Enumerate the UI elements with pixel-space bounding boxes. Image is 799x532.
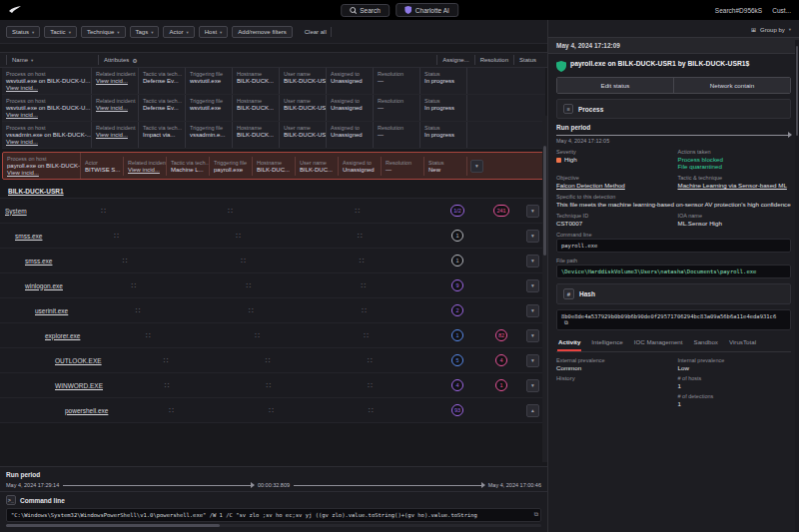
process-name-link[interactable]: smss.exe: [15, 233, 42, 240]
tab-sandbox[interactable]: Sandbox: [693, 335, 719, 351]
tactic-link[interactable]: Machine Learning via Sensor-based ML: [678, 182, 792, 189]
process-row[interactable]: explorer.exe∷∷∷182▾: [0, 323, 547, 348]
tab-activity[interactable]: Activity: [557, 335, 581, 351]
global-search-button[interactable]: Search: [341, 4, 390, 17]
expand-row-button[interactable]: ▾: [526, 379, 539, 392]
tab-ioc-management[interactable]: IOC Management: [633, 335, 684, 351]
process-row[interactable]: System∷∷∷1/2241▾: [0, 199, 547, 224]
filter-technique[interactable]: Technique ▾: [81, 26, 126, 38]
filter-host[interactable]: Host ▾: [199, 26, 229, 38]
scrollbar-thumb[interactable]: [796, 46, 798, 136]
process-name-link[interactable]: System: [5, 208, 27, 215]
column-header-status[interactable]: Status: [513, 55, 541, 65]
detection-count-badge[interactable]: 82: [495, 329, 507, 341]
filter-tactic[interactable]: Tactic ▾: [44, 26, 77, 38]
filter-tags[interactable]: Tags ▾: [130, 26, 160, 38]
history-label[interactable]: History: [556, 375, 670, 381]
detection-count-badge[interactable]: 1: [451, 329, 463, 341]
detail-command-line-value[interactable]: payroll.exe: [556, 239, 791, 253]
account-menu[interactable]: Search#D956kS: [715, 7, 762, 14]
view-incident-link[interactable]: View incid...: [7, 170, 76, 176]
incident-row[interactable]: Process on hostvssadmin.exe on BILK-DUCK…: [2, 122, 545, 149]
detection-count-badge[interactable]: 4: [495, 354, 507, 366]
collapse-row-button[interactable]: ▴: [526, 404, 539, 417]
network-contain-button[interactable]: Network contain: [673, 78, 790, 93]
view-incident-link[interactable]: View incid...: [96, 105, 134, 111]
column-header-resolution[interactable]: Resolution: [474, 55, 513, 65]
detection-count-badge[interactable]: 9: [451, 279, 463, 291]
expand-row-button[interactable]: ▾: [526, 205, 539, 218]
process-row[interactable]: winlogon.exe∷∷∷9▾: [0, 273, 547, 298]
filter-actor[interactable]: Actor ▾: [163, 26, 194, 38]
process-name-link[interactable]: WINWORD.EXE: [55, 382, 103, 389]
process-name-link[interactable]: explorer.exe: [45, 332, 80, 339]
process-name-link[interactable]: OUTLOOK.EXE: [55, 357, 102, 364]
expand-row-button[interactable]: ▾: [470, 160, 483, 173]
charlotte-ai-button[interactable]: Charlotte AI: [396, 3, 458, 17]
horizontal-scrollbar[interactable]: [6, 524, 541, 527]
view-incident-link[interactable]: View incid...: [96, 78, 134, 84]
view-incident-link[interactable]: View incid...: [96, 132, 134, 138]
tab-virustotal[interactable]: VirusTotal: [728, 335, 757, 351]
scrollbar-thumb[interactable]: [6, 524, 220, 527]
column-header-assigned[interactable]: Assigne...: [436, 55, 473, 65]
detail-run-period-timeline[interactable]: [556, 135, 791, 136]
incident-row[interactable]: Process on hostpayroll.exe on BILK-DUCK-…: [2, 152, 545, 180]
scrollbar-thumb[interactable]: [543, 146, 546, 256]
process-row[interactable]: userinit.exe∷∷∷2▾: [0, 298, 547, 323]
copy-icon[interactable]: ⧉: [534, 510, 538, 518]
column-header-attributes[interactable]: Attributes ⚙: [98, 55, 143, 65]
detection-count-badge[interactable]: 1: [495, 379, 507, 391]
process-row[interactable]: WINWORD.EXE∷∷∷41▾: [0, 373, 547, 398]
process-name-link[interactable]: winlogon.exe: [25, 282, 63, 289]
hash-value[interactable]: 8b0e8de4a537929b0b09b6b90de0f29571706294…: [556, 309, 791, 330]
filter-status[interactable]: Status ▾: [6, 26, 40, 38]
process-row[interactable]: powershell.exe∷∷∷93▴: [0, 398, 547, 423]
process-section-header[interactable]: ≡ Process: [556, 99, 791, 119]
view-incident-link[interactable]: View incid...: [6, 112, 87, 118]
expand-row-button[interactable]: ▾: [526, 255, 539, 267]
expand-row-button[interactable]: ▾: [526, 329, 539, 342]
falcon-logo-icon[interactable]: [8, 4, 22, 16]
process-row[interactable]: smss.exe∷∷∷1▾: [0, 224, 547, 249]
incident-row[interactable]: Process on hostwsvtutil.exe on BILK-DUCK…: [2, 95, 545, 122]
expand-row-button[interactable]: ▾: [526, 304, 539, 317]
hash-section-header[interactable]: # Hash: [556, 283, 791, 304]
process-row[interactable]: OUTLOOK.EXE∷∷∷54▾: [0, 348, 547, 373]
command-line-value[interactable]: "C:\Windows\System32\WindowsPowerShell\v…: [6, 508, 541, 522]
process-name-link[interactable]: smss.exe: [25, 258, 52, 265]
view-incident-link[interactable]: View incid...: [6, 139, 87, 145]
detection-count-badge[interactable]: 2: [451, 304, 463, 316]
add-remove-filters-button[interactable]: Add/remove filters: [232, 26, 292, 38]
process-name-link[interactable]: userinit.exe: [35, 307, 68, 314]
detection-count-badge[interactable]: 4: [451, 379, 463, 391]
tab-intelligence[interactable]: Intelligence: [590, 335, 623, 351]
host-group-header[interactable]: BILK-DUCK-USR1: [0, 183, 547, 199]
objective-link[interactable]: Falcon Detection Method: [556, 182, 670, 189]
column-header-name[interactable]: Name ▾: [6, 55, 98, 65]
detection-count-badge[interactable]: 5: [451, 354, 463, 366]
copy-icon[interactable]: ⧉: [564, 319, 568, 325]
detection-count-badge[interactable]: 1: [451, 230, 463, 242]
customer-menu[interactable]: Cust...: [772, 7, 791, 14]
clear-all-button[interactable]: Clear all: [301, 27, 332, 37]
detection-count-badge[interactable]: 1: [451, 255, 463, 266]
process-name-link[interactable]: powershell.exe: [65, 407, 108, 414]
view-incident-link[interactable]: View incid...: [128, 167, 162, 173]
cell-value: Defense Ev...: [143, 78, 181, 84]
group-by-control[interactable]: Group by: [760, 27, 785, 33]
expand-row-button[interactable]: ▾: [526, 279, 539, 292]
run-period-timeline[interactable]: May 4, 2024 17:29:14 00:00:32.809 May 4,…: [6, 482, 541, 488]
detection-count-badge[interactable]: 241: [493, 205, 508, 217]
expand-row-button[interactable]: ▾: [526, 354, 539, 367]
right-panel-scrollbar[interactable]: [795, 40, 799, 532]
left-panel-scrollbar[interactable]: [542, 116, 547, 462]
incident-row[interactable]: Process on hostwsvtutil.exe on BILK-DUCK…: [2, 68, 545, 95]
edit-status-button[interactable]: Edit status: [557, 78, 673, 93]
detection-count-badge[interactable]: 93: [451, 404, 463, 416]
process-row[interactable]: smss.exe∷∷∷1▾: [0, 249, 547, 273]
expand-row-button[interactable]: ▾: [526, 230, 539, 243]
file-path-value[interactable]: \Device\HarddiskVolume3\Users\natasha\Do…: [556, 265, 791, 278]
detection-count-badge[interactable]: 1/2: [450, 205, 464, 217]
view-incident-link[interactable]: View incid...: [6, 85, 87, 91]
